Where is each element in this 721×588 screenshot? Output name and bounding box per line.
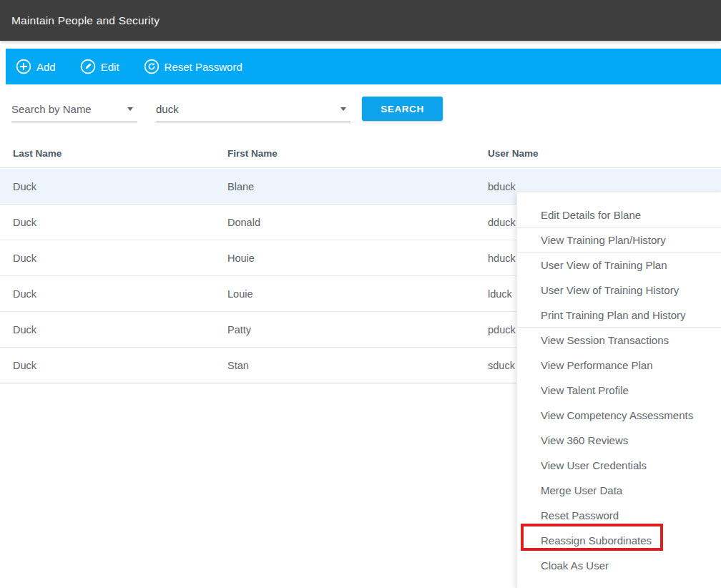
cell-last-name: Duck bbox=[0, 217, 215, 228]
row-context-menu: Edit Details for BlaneView Training Plan… bbox=[516, 192, 721, 588]
column-header-last-name[interactable]: Last Name bbox=[0, 148, 215, 159]
add-button[interactable]: Add bbox=[16, 59, 56, 74]
add-button-label: Add bbox=[36, 61, 56, 73]
column-header-user-name[interactable]: User Name bbox=[475, 148, 721, 159]
context-menu-item[interactable]: View Performance Plan bbox=[517, 353, 721, 378]
context-menu-item[interactable]: Edit Details for Blane bbox=[517, 202, 721, 227]
cell-last-name: Duck bbox=[0, 253, 215, 264]
reset-password-button-label: Reset Password bbox=[165, 61, 242, 73]
table-header-row: Last Name First Name User Name bbox=[0, 139, 721, 168]
context-menu-item[interactable]: Cloak As User bbox=[517, 553, 721, 578]
context-menu-item[interactable]: User View of Training Plan bbox=[517, 253, 721, 278]
search-by-select-value: Search by Name bbox=[11, 103, 92, 115]
edit-circle-icon bbox=[80, 59, 96, 74]
cell-last-name: Duck bbox=[0, 181, 215, 192]
cell-last-name: Duck bbox=[0, 324, 215, 335]
chevron-down-icon bbox=[340, 107, 346, 111]
cell-first-name: Houie bbox=[215, 253, 475, 264]
cell-last-name: Duck bbox=[0, 360, 215, 371]
search-row: Search by Name duck SEARCH bbox=[0, 97, 721, 125]
context-menu-item[interactable]: View User Credentials bbox=[517, 453, 721, 478]
search-button[interactable]: SEARCH bbox=[362, 97, 443, 121]
add-circle-icon bbox=[16, 59, 31, 74]
search-by-select[interactable]: Search by Name bbox=[11, 97, 137, 122]
cell-first-name: Louie bbox=[215, 288, 475, 300]
context-menu-item[interactable]: View Training Plan/History bbox=[517, 227, 721, 253]
search-term-value: duck bbox=[156, 103, 179, 115]
cell-first-name: Donald bbox=[215, 217, 475, 228]
edit-button-label: Edit bbox=[101, 61, 119, 73]
cell-user-name: bduck bbox=[475, 181, 721, 192]
cell-last-name: Duck bbox=[0, 288, 215, 300]
context-menu-item[interactable]: Reset Password bbox=[517, 503, 721, 528]
chevron-down-icon bbox=[127, 107, 133, 111]
context-menu-item[interactable]: Reassign Subordinates bbox=[517, 528, 721, 553]
context-menu-item[interactable]: User View of Training History bbox=[517, 278, 721, 303]
cell-first-name: Patty bbox=[215, 324, 475, 335]
app-title-bar: Maintain People and Security bbox=[0, 0, 721, 41]
reset-password-button[interactable]: Reset Password bbox=[144, 59, 242, 74]
page-title: Maintain People and Security bbox=[11, 14, 160, 27]
context-menu-item[interactable]: View Competency Assessments bbox=[517, 403, 721, 428]
maintain-people-screen: Maintain People and Security Add Edit bbox=[0, 0, 721, 588]
cell-first-name: Stan bbox=[215, 360, 475, 371]
cell-first-name: Blane bbox=[215, 181, 475, 192]
context-menu-item[interactable]: Merge User Data bbox=[517, 478, 721, 503]
search-term-input[interactable]: duck bbox=[156, 97, 350, 122]
context-menu-item[interactable]: View 360 Reviews bbox=[517, 428, 721, 453]
action-toolbar: Add Edit Reset Password bbox=[6, 49, 721, 84]
context-menu-item[interactable]: View Talent Profile bbox=[517, 378, 721, 403]
context-menu-item[interactable]: View Session Transactions bbox=[517, 328, 721, 353]
reset-circle-icon bbox=[144, 59, 160, 74]
edit-button[interactable]: Edit bbox=[80, 59, 119, 74]
column-header-first-name[interactable]: First Name bbox=[215, 148, 475, 159]
context-menu-item[interactable]: Print Training Plan and History bbox=[517, 303, 721, 328]
